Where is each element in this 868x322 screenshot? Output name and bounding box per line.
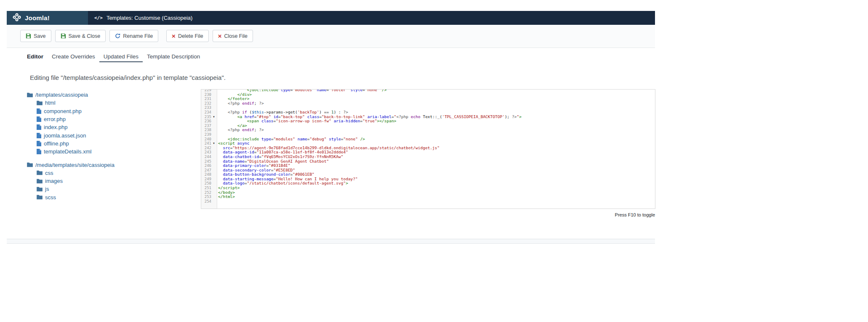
code-line: 251</script> [201, 186, 655, 190]
tree-item-html[interactable]: html [27, 99, 191, 107]
tree-item-label: /templates/cassiopeia [35, 92, 88, 98]
tree-item-label: css [45, 170, 53, 176]
tree-item-label: index.php [44, 124, 67, 130]
folder-icon [37, 179, 43, 184]
tree-item-joomla-asset-json[interactable]: joomla.asset.json [27, 131, 191, 139]
tree-item-label: templateDetails.xml [44, 148, 91, 155]
code-line: 240 <jdoc:include type="modules" name="d… [201, 137, 655, 142]
code-lines: 229 <jdoc:include type="modules" name="f… [201, 89, 655, 203]
tree-item-templatedetails-xml[interactable]: templateDetails.xml [27, 148, 191, 156]
tree-item-js[interactable]: js [27, 185, 191, 193]
tree-item-label: offline.php [44, 140, 69, 147]
close-file-button[interactable]: ×Close File [213, 30, 253, 42]
line-number: 242 [201, 146, 211, 150]
rename-file-button[interactable]: Rename File [109, 30, 158, 42]
line-number: 241 [201, 141, 211, 146]
toolbar-divider [7, 48, 655, 48]
line-number: 230 [201, 92, 211, 97]
folder-icon [37, 100, 43, 106]
fold-spacer [211, 168, 216, 173]
tab-template-description[interactable]: Template Description [143, 51, 204, 62]
fold-spacer [211, 159, 216, 164]
tree-item-offline-php[interactable]: offline.php [27, 140, 191, 148]
code-editor[interactable]: 229 <jdoc:include type="modules" name="f… [201, 89, 655, 209]
fold-arrow-icon[interactable]: ▾ [211, 115, 216, 119]
joomla-logo-text: Joomla! [25, 14, 50, 21]
code-line: 237 </a> [201, 124, 655, 128]
line-number: 252 [201, 190, 211, 195]
admin-header: Joomla! </> Templates: Customise (Cassio… [7, 11, 655, 25]
fold-spacer [211, 181, 216, 186]
tab-create-overrides[interactable]: Create Overrides [48, 51, 99, 62]
line-number: 246 [201, 164, 211, 168]
tree-item-images[interactable]: images [27, 177, 191, 185]
code-line: 229 <jdoc:include type="modules" name="f… [201, 89, 655, 92]
line-number: 239 [201, 132, 211, 137]
button-label: Save [34, 33, 46, 39]
tree-item-label: images [45, 178, 63, 184]
page-title: Templates: Customise (Cassiopeia) [107, 15, 192, 21]
file-icon [37, 141, 41, 146]
fold-spacer [211, 190, 216, 195]
tree-item-error-php[interactable]: error.php [27, 115, 191, 123]
fold-spacer [211, 199, 216, 204]
folder-icon [27, 162, 33, 167]
joomla-logo-icon [13, 13, 21, 23]
save-close-button[interactable]: Save & Close [55, 30, 106, 42]
line-number: 233 [201, 106, 211, 110]
line-number: 254 [201, 199, 211, 204]
tab-editor[interactable]: Editor [23, 51, 48, 62]
file-icon [37, 124, 41, 130]
save-button[interactable]: Save [20, 30, 51, 42]
line-number: 249 [201, 177, 211, 182]
fold-arrow-icon[interactable]: ▾ [211, 141, 216, 146]
fold-spacer [211, 186, 216, 190]
times-icon: × [218, 33, 222, 39]
file-icon [37, 149, 41, 154]
tree-item-component-php[interactable]: component.php [27, 107, 191, 115]
code-line: 230 </div> [201, 92, 655, 97]
line-number: 238 [201, 128, 211, 132]
sync-icon [115, 33, 120, 39]
fold-spacer [211, 137, 216, 142]
fold-spacer [211, 97, 216, 101]
page: Joomla! </> Templates: Customise (Cassio… [7, 11, 655, 255]
button-label: Rename File [123, 33, 153, 39]
tree-item-label: component.php [44, 108, 82, 114]
fold-spacer [211, 177, 216, 182]
line-number: 248 [201, 172, 211, 177]
fold-spacer [211, 128, 216, 132]
tree-item-label: html [45, 100, 56, 106]
tree-item-label: joomla.asset.json [44, 132, 86, 139]
code-line: 231 </footer> [201, 97, 655, 101]
fold-spacer [211, 89, 216, 92]
tree-item-css[interactable]: css [27, 169, 191, 177]
tab-updated-files[interactable]: Updated Files [99, 51, 143, 62]
delete-file-button[interactable]: ×Delete File [166, 30, 209, 42]
button-label: Close File [224, 33, 248, 39]
tree-item-media-templates-site-cassiopeia[interactable]: /media/templates/site/cassiopeia [27, 161, 191, 169]
page-title-bar: </> Templates: Customise (Cassiopeia) [88, 11, 655, 25]
line-number: 231 [201, 97, 211, 101]
tree-item-label: error.php [44, 116, 66, 122]
times-icon: × [172, 33, 176, 39]
tree-item-templates-cassiopeia[interactable]: /templates/cassiopeia [27, 91, 191, 99]
fold-spacer [211, 124, 216, 128]
line-number: 240 [201, 137, 211, 142]
fold-spacer [211, 132, 216, 137]
fold-spacer [211, 195, 216, 199]
line-number: 235 [201, 115, 211, 119]
fold-spacer [211, 172, 216, 177]
fold-spacer [211, 155, 216, 159]
tree-item-scss[interactable]: scss [27, 193, 191, 201]
toolbar: SaveSave & CloseRename File×Delete File×… [20, 30, 253, 42]
fold-spacer [211, 146, 216, 150]
tree-item-index-php[interactable]: index.php [27, 123, 191, 131]
joomla-logo[interactable]: Joomla! [7, 11, 88, 25]
fold-spacer [211, 119, 216, 124]
line-number: 251 [201, 186, 211, 190]
tree-item-label: scss [45, 194, 56, 201]
file-icon [37, 133, 41, 138]
code-line: 252</body> [201, 190, 655, 195]
fold-spacer [211, 164, 216, 168]
